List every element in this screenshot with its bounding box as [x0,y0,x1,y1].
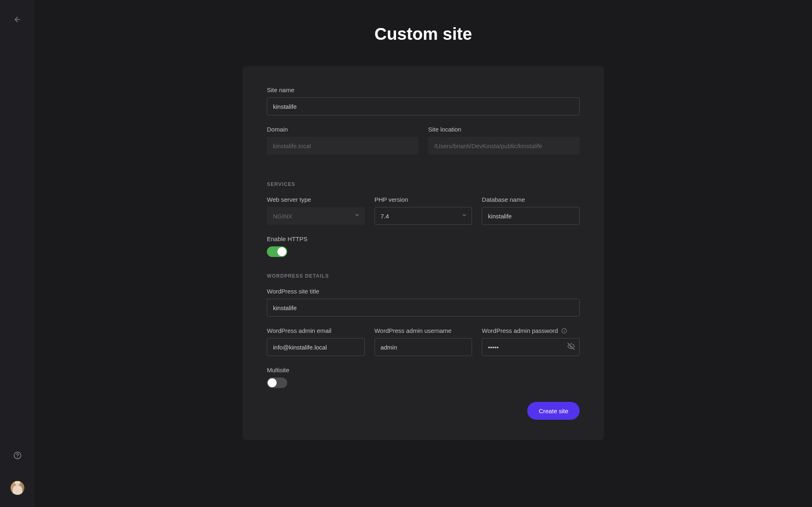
enable-https-group: Enable HTTPS [267,235,580,257]
wordpress-section-label: WORDPRESS DETAILS [267,273,580,279]
create-site-button[interactable]: Create site [527,402,580,420]
help-button[interactable] [10,448,25,463]
services-section-label: SERVICES [267,181,580,187]
database-name-group: Database name [482,196,580,225]
multisite-label: Multisite [267,367,580,373]
arrow-left-icon [13,15,22,24]
page-title: Custom site [375,24,472,44]
info-icon[interactable] [561,328,567,334]
domain-group: Domain [267,126,418,155]
multisite-group: Multisite [267,367,580,388]
eye-off-icon[interactable] [567,343,575,352]
enable-https-label: Enable HTTPS [267,235,580,242]
wp-admin-password-label: WordPress admin password [482,327,558,334]
sidebar [0,0,35,507]
domain-input [267,137,418,155]
multisite-toggle[interactable] [267,378,287,388]
wp-admin-password-group: WordPress admin password [482,327,580,356]
domain-label: Domain [267,126,418,133]
web-server-type-label: Web server type [267,196,365,203]
wp-admin-email-group: WordPress admin email [267,327,365,356]
toggle-knob [277,247,286,256]
wp-admin-email-input[interactable] [267,338,365,356]
avatar[interactable] [11,481,24,495]
site-name-label: Site name [267,86,580,93]
wp-admin-password-input[interactable] [482,338,580,356]
web-server-type-group: Web server type NGINX [267,196,365,225]
wp-admin-email-label: WordPress admin email [267,327,365,334]
database-name-input[interactable] [482,207,580,225]
help-icon [13,451,22,460]
wp-site-title-input[interactable] [267,299,580,317]
web-server-type-select: NGINX [267,207,365,225]
form-card: Site name Domain Site location SERVICES … [243,66,604,440]
wp-admin-username-input[interactable] [375,338,472,356]
enable-https-toggle[interactable] [267,246,287,257]
site-location-input [428,137,580,155]
back-button[interactable] [10,12,25,27]
toggle-knob [268,378,277,387]
form-actions: Create site [267,402,580,420]
avatar-image [13,485,22,495]
site-location-label: Site location [428,126,580,133]
site-location-group: Site location [428,126,580,155]
wp-site-title-group: WordPress site title [267,288,580,317]
wp-admin-username-label: WordPress admin username [375,327,472,334]
wp-site-title-label: WordPress site title [267,288,580,295]
site-name-input[interactable] [267,97,580,115]
php-version-group: PHP version 7.4 [375,196,472,225]
php-version-select[interactable]: 7.4 [375,207,472,225]
site-name-group: Site name [267,86,580,115]
wp-admin-username-group: WordPress admin username [375,327,472,356]
database-name-label: Database name [482,196,580,203]
php-version-label: PHP version [375,196,472,203]
main-content: Custom site Site name Domain Site locati… [35,0,812,507]
